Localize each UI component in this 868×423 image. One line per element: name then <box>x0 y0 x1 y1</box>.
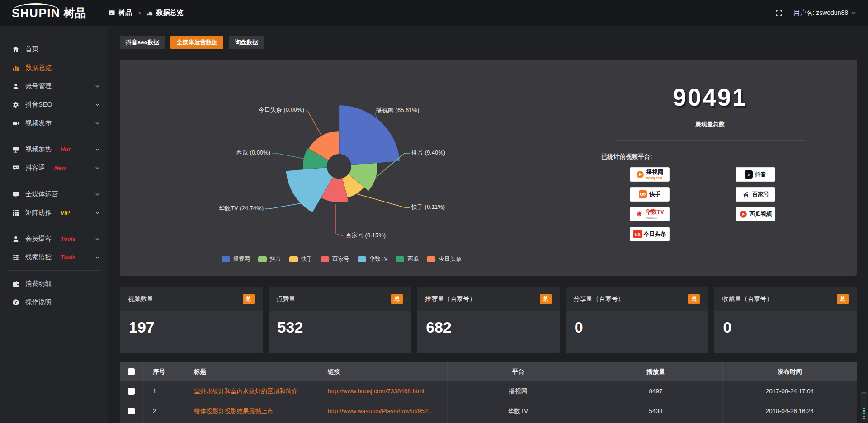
platform-name: 华数TV <box>646 209 664 215</box>
svg-text:百: 百 <box>743 192 749 198</box>
legend-label: 抖音 <box>270 255 281 263</box>
sidebar-item-8[interactable]: 全媒体运营 <box>0 185 108 203</box>
pie-label: 今日头条 (0.00%) <box>259 106 304 113</box>
sidebar-item-11[interactable]: 线索监控Tools <box>0 248 108 267</box>
stat-card-label: 分享量（百家号） <box>574 295 624 303</box>
table-header-row: 序号标题链接平台播放量发布时间 <box>120 362 857 381</box>
chevron-down-icon <box>94 120 100 126</box>
svg-text:♪: ♪ <box>747 172 750 177</box>
platform-column-left: 播视网boosj.com快手华数TVwasu.cn头条今日头条 <box>630 167 670 241</box>
sidebar-item-label: 视频加热 <box>25 145 52 154</box>
tab-1[interactable]: 抖音seo数据 <box>120 36 165 49</box>
bar-chart-icon <box>146 9 153 16</box>
pie-slice-1[interactable] <box>339 105 400 165</box>
total-badge[interactable]: 总 <box>688 294 700 304</box>
sidebar-item-badge: Tools <box>61 236 75 242</box>
sidebar: 首页数据总览账号管理抖音SEO视频发布视频加热Hot抖客通New全媒体运营矩阵助… <box>0 26 108 423</box>
label-leader-line <box>265 203 301 209</box>
platform-badge-wasu: 华数TVwasu.cn <box>630 207 670 221</box>
topbar: SHUPIN 树品 树品 > 数据总览 用户名: zswodun88 <box>0 0 868 26</box>
pie-label: 华数TV (24.74%) <box>219 205 264 212</box>
legend-swatch <box>427 256 435 262</box>
xigua-logo-icon <box>739 210 747 218</box>
legend-label: 播视网 <box>233 255 250 263</box>
platform-subtext: boosj.com <box>646 176 662 179</box>
pie-label: 抖音 (9.40%) <box>411 149 445 156</box>
sidebar-item-13[interactable]: ?操作说明 <box>0 293 108 311</box>
video-icon <box>12 120 19 127</box>
sidebar-item-2[interactable]: 数据总览 <box>0 58 108 77</box>
stat-card-2: 点赞量总532 <box>269 287 411 353</box>
total-badge[interactable]: 总 <box>391 294 403 304</box>
cell-no: 2 <box>143 401 189 421</box>
wasu-logo-icon <box>635 210 643 218</box>
home-icon <box>12 46 19 53</box>
sidebar-item-12[interactable]: 消费明细 <box>0 274 108 293</box>
overview-panel: 播视网 (65.61%)抖音 (9.40%)快手 (0.11%)百家号 (0.1… <box>120 60 857 276</box>
legend-item-6[interactable]: 西瓜 <box>396 255 419 263</box>
chart-icon <box>12 64 19 71</box>
label-leader-line <box>336 204 343 236</box>
tab-2[interactable]: 全媒体运营数据 <box>170 36 223 49</box>
sidebar-divider <box>8 270 100 271</box>
sidebar-item-label: 会员爆客 <box>25 235 52 243</box>
stat-card-label: 视频数量 <box>128 295 153 303</box>
stat-card-value: 197 <box>120 311 263 336</box>
sidebar-item-10[interactable]: 会员爆客Tools <box>0 230 108 248</box>
breadcrumb-root[interactable]: 树品 <box>118 9 132 17</box>
sidebar-item-badge: Tools <box>61 254 75 261</box>
tab-3[interactable]: 询盘数据 <box>229 36 264 49</box>
legend-item-7[interactable]: 今日头条 <box>427 255 461 263</box>
sidebar-item-3[interactable]: 账号管理 <box>0 77 108 95</box>
breadcrumb-current: 数据总览 <box>156 9 184 17</box>
total-badge[interactable]: 总 <box>540 294 552 304</box>
sidebar-item-7[interactable]: 抖客通New <box>0 159 108 177</box>
sidebar-item-badge: Hot <box>61 146 70 153</box>
sidebar-item-5[interactable]: 视频发布 <box>0 114 108 132</box>
user-menu[interactable]: 用户名: zswodun88 <box>793 9 856 17</box>
legend-item-3[interactable]: 快手 <box>289 255 312 263</box>
select-all-checkbox[interactable] <box>128 368 135 375</box>
page-scrollbar[interactable] <box>861 392 867 421</box>
sidebar-item-label: 账号管理 <box>25 82 52 90</box>
stat-card-4: 分享量（百家号）总0 <box>566 287 708 353</box>
fullscreen-icon[interactable] <box>775 9 783 17</box>
sidebar-item-6[interactable]: 视频加热Hot <box>0 140 108 159</box>
legend-item-1[interactable]: 播视网 <box>222 255 250 263</box>
pie-label: 西瓜 (0.00%) <box>236 149 270 156</box>
chevron-down-icon <box>94 83 100 89</box>
pie-label: 快手 (0.11%) <box>411 203 445 210</box>
main-content: 抖音seo数据全媒体运营数据询盘数据 播视网 (65.61%)抖音 (9.40%… <box>108 26 868 423</box>
cell-plays: 8497 <box>589 381 723 401</box>
sidebar-item-label: 矩阵助推 <box>25 208 52 217</box>
summary-divider <box>615 140 805 141</box>
legend-item-5[interactable]: 华数TV <box>358 255 388 263</box>
video-title-link[interactable]: 楼体投影灯投影效果震撼上市 <box>189 401 321 421</box>
username-label: 用户名: zswodun88 <box>793 9 848 17</box>
legend-label: 百家号 <box>332 255 349 263</box>
stat-cards: 视频数量总197点赞量总532推荐量（百家号）总682分享量（百家号）总0收藏量… <box>120 287 857 353</box>
total-badge[interactable]: 总 <box>837 294 849 304</box>
stat-card-1: 视频数量总197 <box>120 287 263 353</box>
legend-label: 西瓜 <box>407 255 419 263</box>
video-url-link[interactable]: http://www.wasu.cn/Play/show/id/952... <box>321 401 448 421</box>
legend-item-2[interactable]: 抖音 <box>258 255 281 263</box>
select-all-cell <box>120 362 143 381</box>
sidebar-item-9[interactable]: 矩阵助推VIP <box>0 203 108 222</box>
sidebar-item-label: 线索监控 <box>25 253 52 262</box>
video-title-link[interactable]: 室外水纹灯和室内水纹灯的区别和简介 <box>189 381 321 401</box>
cell-plays: 5438 <box>589 401 723 421</box>
stat-card-label: 点赞量 <box>277 295 296 303</box>
heat-icon <box>12 146 19 153</box>
cell-time: 2017-08-24 17:04 <box>723 381 857 401</box>
row-checkbox[interactable] <box>128 388 135 395</box>
row-checkbox[interactable] <box>128 408 135 414</box>
legend-label: 华数TV <box>369 255 388 263</box>
total-badge[interactable]: 总 <box>243 294 255 304</box>
header-no: 序号 <box>143 362 189 381</box>
legend-item-4[interactable]: 百家号 <box>321 255 349 263</box>
sidebar-item-1[interactable]: 首页 <box>0 40 108 58</box>
sidebar-item-label: 全媒体运营 <box>25 190 58 198</box>
sidebar-item-4[interactable]: 抖音SEO <box>0 95 108 114</box>
video-url-link[interactable]: http://www.boosj.com/7338468.html <box>321 381 448 401</box>
